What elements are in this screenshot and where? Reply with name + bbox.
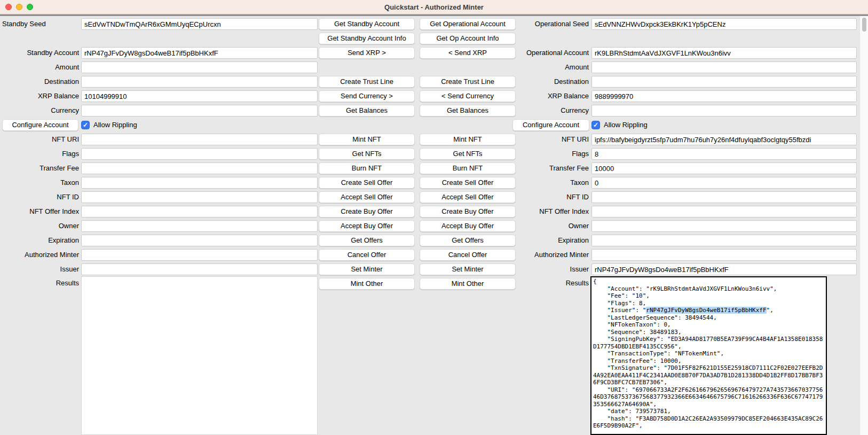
operational-account-input[interactable] [591, 47, 857, 59]
operational-send-currency-button[interactable]: < Send Currency [420, 90, 516, 102]
standby-get-balances-button[interactable]: Get Balances [319, 105, 415, 116]
standby-configure-account-button[interactable]: Configure Account [2, 119, 78, 131]
operational-cancel-offer-button[interactable]: Cancel Offer [420, 249, 516, 261]
get-op-account-info-button[interactable]: Get Op Account Info [420, 33, 516, 44]
standby-mint-nft-button[interactable]: Mint NFT [319, 134, 415, 145]
get-standby-account-info-button[interactable]: Get Standby Account Info [319, 33, 415, 44]
operational-mint-nft-button[interactable]: Mint NFT [420, 134, 516, 145]
operational-amount-input[interactable] [591, 61, 857, 73]
standby-amount-input[interactable] [81, 61, 318, 73]
standby-results-area[interactable] [81, 276, 318, 435]
standby-seed-input[interactable] [81, 18, 318, 30]
operational-results-area[interactable]: { "Account": "rK9LBRhStdmtAaVdJXGVF1LnKW… [590, 276, 827, 435]
standby-flags-label: Flags [1, 148, 79, 160]
titlebar: Quickstart - Authorized Minter [0, 0, 868, 14]
operational-mint-other-button[interactable]: Mint Other [420, 278, 516, 290]
operational-nft-uri-label: NFT URI [510, 134, 589, 145]
results-json-text: ", "LastLedgerSequence": 38494544, "NFTo… [593, 307, 823, 429]
operational-create-sell-offer-button[interactable]: Create Sell Offer [420, 177, 516, 189]
standby-xrp-balance-input[interactable] [81, 90, 318, 102]
standby-send-currency-button[interactable]: Send Currency > [319, 90, 415, 102]
standby-owner-input[interactable] [81, 220, 318, 232]
standby-expiration-input[interactable] [81, 235, 318, 246]
standby-burn-nft-button[interactable]: Burn NFT [319, 162, 415, 174]
standby-authorized-minter-label: Authorized Minter [1, 249, 79, 261]
operational-get-balances-button[interactable]: Get Balances [420, 105, 516, 116]
standby-transfer-fee-label: Transfer Fee [1, 162, 79, 174]
send-xrp-to-operational-button[interactable]: Send XRP > [319, 47, 415, 59]
standby-nft-id-input[interactable] [81, 191, 318, 203]
operational-nft-id-input[interactable] [591, 191, 857, 203]
operational-authorized-minter-input[interactable] [591, 249, 857, 261]
send-xrp-to-standby-button[interactable]: < Send XRP [420, 47, 516, 59]
operational-seed-input[interactable] [591, 18, 857, 30]
operational-destination-input[interactable] [591, 76, 857, 88]
standby-nft-uri-input[interactable] [81, 134, 318, 145]
operational-nft-offer-index-label: NFT Offer Index [510, 206, 589, 217]
standby-transfer-fee-input[interactable] [81, 162, 318, 174]
operational-owner-input[interactable] [591, 220, 857, 232]
operational-amount-label: Amount [510, 61, 589, 73]
standby-cancel-offer-button[interactable]: Cancel Offer [319, 249, 415, 261]
standby-amount-label: Amount [1, 61, 79, 73]
operational-issuer-label: Issuer [510, 263, 589, 275]
operational-accept-sell-offer-button[interactable]: Accept Sell Offer [420, 191, 516, 203]
window-scrollbar[interactable] [859, 16, 868, 435]
standby-create-sell-offer-button[interactable]: Create Sell Offer [319, 177, 415, 189]
operational-taxon-input[interactable] [591, 177, 857, 189]
results-json-selected-text: rNP47gJFvDyW8gsDo4weB17if5pBbHKxfF [646, 307, 766, 314]
standby-issuer-input[interactable] [81, 263, 318, 275]
operational-get-nfts-button[interactable]: Get NFTs [420, 148, 516, 160]
standby-taxon-input[interactable] [81, 177, 318, 189]
standby-flags-input[interactable] [81, 148, 318, 160]
standby-nft-id-label: NFT ID [1, 191, 79, 203]
operational-nft-uri-input[interactable] [591, 134, 857, 145]
operational-destination-label: Destination [510, 76, 589, 88]
operational-create-trust-line-button[interactable]: Create Trust Line [420, 76, 516, 88]
standby-expiration-label: Expiration [1, 235, 79, 246]
operational-currency-input[interactable] [591, 105, 857, 116]
get-standby-account-button[interactable]: Get Standby Account [319, 18, 415, 30]
operational-flags-input[interactable] [591, 148, 857, 160]
operational-burn-nft-button[interactable]: Burn NFT [420, 162, 516, 174]
standby-allow-rippling-label: Allow Rippling [93, 119, 137, 131]
operational-accept-buy-offer-button[interactable]: Accept Buy Offer [420, 220, 516, 232]
standby-authorized-minter-input[interactable] [81, 249, 318, 261]
standby-create-trust-line-button[interactable]: Create Trust Line [319, 76, 415, 88]
standby-results-label: Results [1, 277, 79, 289]
operational-transfer-fee-label: Transfer Fee [510, 162, 589, 174]
operational-xrp-balance-input[interactable] [591, 90, 857, 102]
standby-owner-label: Owner [1, 220, 79, 232]
operational-results-label: Results [510, 277, 589, 289]
scrollbar-thumb[interactable] [862, 18, 866, 32]
operational-nft-offer-index-input[interactable] [591, 206, 857, 217]
operational-flags-label: Flags [510, 148, 589, 160]
standby-create-buy-offer-button[interactable]: Create Buy Offer [319, 206, 415, 217]
standby-get-offers-button[interactable]: Get Offers [319, 235, 415, 246]
standby-destination-input[interactable] [81, 76, 318, 88]
standby-account-label: Standby Account [1, 47, 79, 59]
operational-transfer-fee-input[interactable] [591, 162, 857, 174]
standby-currency-label: Currency [1, 105, 79, 116]
check-icon: ✓ [592, 121, 599, 129]
operational-account-label: Operational Account [510, 47, 589, 59]
standby-account-input[interactable] [81, 47, 318, 59]
standby-mint-other-button[interactable]: Mint Other [319, 278, 415, 290]
operational-set-minter-button[interactable]: Set Minter [420, 263, 516, 275]
standby-allow-rippling-checkbox[interactable]: ✓ [81, 121, 90, 129]
standby-currency-input[interactable] [81, 105, 318, 116]
standby-get-nfts-button[interactable]: Get NFTs [319, 148, 415, 160]
standby-nft-offer-index-input[interactable] [81, 206, 318, 217]
operational-configure-account-button[interactable]: Configure Account [512, 119, 589, 131]
operational-allow-rippling-checkbox[interactable]: ✓ [591, 121, 600, 129]
operational-get-offers-button[interactable]: Get Offers [420, 235, 516, 246]
get-operational-account-button[interactable]: Get Operational Account [420, 18, 516, 30]
standby-accept-sell-offer-button[interactable]: Accept Sell Offer [319, 191, 415, 203]
operational-create-buy-offer-button[interactable]: Create Buy Offer [420, 206, 516, 217]
standby-set-minter-button[interactable]: Set Minter [319, 263, 415, 275]
standby-seed-label: Standby Seed [2, 18, 80, 30]
standby-accept-buy-offer-button[interactable]: Accept Buy Offer [319, 220, 415, 232]
standby-nft-offer-index-label: NFT Offer Index [1, 206, 79, 217]
operational-issuer-input[interactable] [591, 263, 857, 275]
operational-expiration-input[interactable] [591, 235, 857, 246]
